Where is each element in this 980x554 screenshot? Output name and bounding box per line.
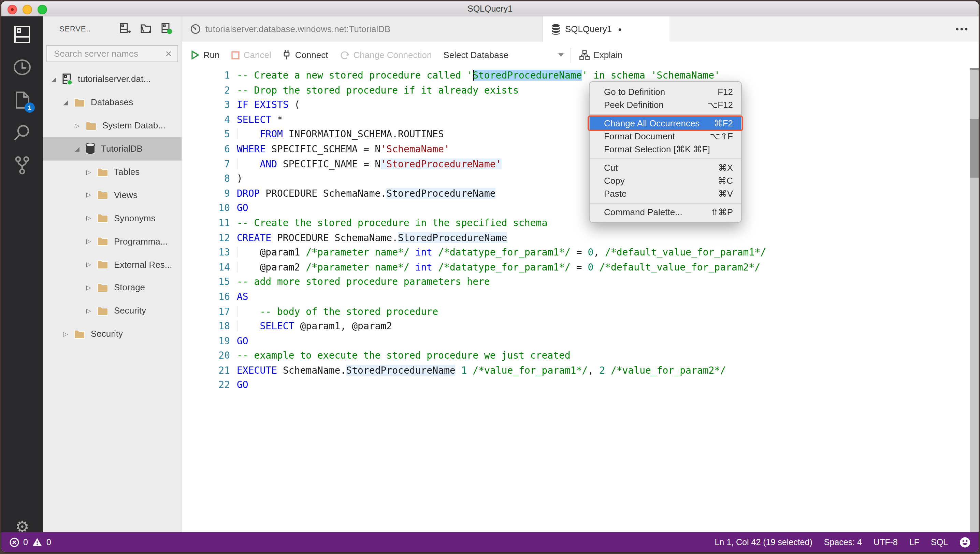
- cursor-position[interactable]: Ln 1, Col 42 (19 selected): [714, 537, 812, 547]
- indentation-setting[interactable]: Spaces: 4: [824, 537, 862, 547]
- menu-item-format-document[interactable]: Format Document⌥⇧F: [590, 130, 741, 143]
- editor-scrollbar[interactable]: [970, 68, 978, 532]
- zoom-window-button[interactable]: [38, 5, 47, 14]
- menu-item-label: Peek Definition: [604, 100, 664, 110]
- tree-item-tables[interactable]: ▷Tables: [43, 160, 181, 184]
- search-icon[interactable]: [2, 119, 43, 146]
- tree-item-system-datab-[interactable]: ▷System Datab...: [43, 114, 181, 137]
- collapsed-twisty-icon[interactable]: ▷: [84, 284, 93, 291]
- code-line-5: 5 FROM INFORMATION_SCHEMA.ROUTINES: [182, 128, 970, 142]
- menu-item-cut[interactable]: Cut⌘X: [590, 161, 741, 174]
- source-control-icon[interactable]: [2, 152, 43, 179]
- line-number: 21: [182, 363, 230, 378]
- line-number: 2: [182, 83, 230, 98]
- connect-button[interactable]: Connect: [283, 50, 328, 60]
- sidebar-header: SERVE..: [43, 16, 181, 35]
- close-window-button[interactable]: [8, 5, 17, 14]
- line-number: 7: [182, 157, 230, 171]
- change-connection-button[interactable]: Change Connection: [340, 50, 432, 60]
- open-editors-icon[interactable]: 1: [2, 86, 43, 113]
- run-icon: [191, 51, 199, 59]
- menu-separator: [590, 203, 741, 203]
- eol-setting[interactable]: LF: [909, 537, 919, 547]
- code-line-15: 15-- add more stored procedure parameter…: [182, 275, 970, 290]
- menu-item-label: Command Palette...: [604, 207, 682, 217]
- occurrence-highlight: StoredProcedureName: [386, 188, 495, 199]
- folder-icon: [97, 260, 108, 269]
- menu-item-label: Format Document: [604, 131, 675, 141]
- menu-separator: [590, 158, 741, 159]
- warnings-icon[interactable]: [32, 538, 42, 546]
- more-actions-icon[interactable]: •••: [956, 16, 969, 42]
- collapsed-twisty-icon[interactable]: ▷: [84, 261, 93, 268]
- collapsed-twisty-icon[interactable]: ▷: [73, 122, 81, 129]
- menu-item-command-palette[interactable]: Command Palette...⇧⌘P: [590, 206, 741, 219]
- menu-item-change-all-occurrences[interactable]: Change All Occurrences⌘F2: [590, 117, 741, 130]
- minimize-window-button[interactable]: [22, 5, 32, 14]
- menu-item-format-selection-k-f[interactable]: Format Selection [⌘K ⌘F]: [590, 143, 741, 156]
- tab-bar: tutorialserver.database.windows.net:Tuto…: [182, 16, 978, 42]
- servers-icon[interactable]: [2, 21, 43, 48]
- warning-count[interactable]: 0: [46, 537, 51, 547]
- occurrence-highlight: StoredProcedureName: [398, 232, 507, 243]
- tree-item-databases[interactable]: ◢Databases: [43, 91, 181, 114]
- code-line-7: 7 AND SPECIFIC_NAME = N'StoredProcedureN…: [182, 157, 970, 171]
- collapsed-twisty-icon[interactable]: ▷: [84, 307, 93, 314]
- tree-item-tutorialdb[interactable]: ◢TutorialDB: [43, 137, 181, 160]
- active-connections-icon[interactable]: [161, 22, 173, 35]
- menu-item-shortcut: ⇧⌘P: [711, 207, 733, 217]
- menu-item-paste[interactable]: Paste⌘V: [590, 187, 741, 200]
- tree-item-tutorialserver-dat-[interactable]: ◢tutorialserver.dat...: [43, 68, 181, 91]
- code-editor[interactable]: 1-- Create a new stored procedure called…: [182, 68, 970, 532]
- code-line-21: 21EXECUTE SchemaName.StoredProcedureName…: [182, 363, 970, 378]
- tree-item-security[interactable]: ▷Security: [43, 299, 181, 323]
- menu-item-label: Go to Definition: [604, 87, 665, 97]
- cancel-icon: [231, 51, 240, 59]
- folder-icon: [97, 190, 108, 200]
- errors-icon[interactable]: [10, 537, 19, 547]
- expanded-twisty-icon[interactable]: ◢: [73, 145, 81, 152]
- line-number: 9: [182, 187, 230, 201]
- cancel-button[interactable]: Cancel: [231, 50, 271, 60]
- expanded-twisty-icon[interactable]: ◢: [61, 99, 70, 106]
- code-line-2: 2-- Drop the stored procedure if it alre…: [182, 83, 970, 98]
- collapsed-twisty-icon[interactable]: ▷: [61, 330, 70, 337]
- folder-icon: [74, 98, 85, 107]
- error-count[interactable]: 0: [23, 537, 28, 547]
- code-line-10: 10GO: [182, 201, 970, 216]
- select-database-dropdown[interactable]: Select Database: [443, 50, 563, 60]
- collapsed-twisty-icon[interactable]: ▷: [84, 238, 93, 244]
- tree-item-storage[interactable]: ▷Storage: [43, 276, 181, 299]
- language-mode[interactable]: SQL: [931, 537, 948, 547]
- new-server-group-icon[interactable]: [140, 22, 152, 35]
- code-line-17: 17 -- body of the stored procedure: [182, 304, 970, 319]
- tree-item-security[interactable]: ▷Security: [43, 323, 181, 346]
- tree-item-external-res-[interactable]: ▷External Res...: [43, 253, 181, 276]
- explain-button[interactable]: Explain: [579, 50, 622, 60]
- dirty-indicator-icon[interactable]: ●: [618, 26, 622, 32]
- clear-search-icon[interactable]: ✕: [165, 49, 172, 58]
- menu-item-copy[interactable]: Copy⌘C: [590, 174, 741, 187]
- collapsed-twisty-icon[interactable]: ▷: [84, 215, 93, 222]
- collapsed-twisty-icon[interactable]: ▷: [84, 192, 93, 198]
- feedback-smiley-icon[interactable]: [959, 536, 970, 548]
- server-search-box: ✕: [46, 45, 178, 62]
- tree-item-synonyms[interactable]: ▷Synonyms: [43, 207, 181, 230]
- tab-server-dashboard[interactable]: tutorialserver.database.windows.net:Tuto…: [182, 16, 543, 42]
- new-connection-icon[interactable]: [119, 22, 131, 35]
- encoding-setting[interactable]: UTF-8: [873, 537, 898, 547]
- menu-item-peek-definition[interactable]: Peek Definition⌥F12: [590, 98, 741, 111]
- scrollbar-thumb[interactable]: [970, 119, 978, 177]
- collapsed-twisty-icon[interactable]: ▷: [84, 168, 93, 175]
- db-icon: [85, 143, 95, 154]
- run-button[interactable]: Run: [191, 50, 220, 60]
- menu-item-go-to-definition[interactable]: Go to DefinitionF12: [590, 85, 741, 98]
- title-bar: SQLQuery1: [2, 2, 978, 16]
- tree-item-programma-[interactable]: ▷Programma...: [43, 230, 181, 253]
- tab-sqlquery1[interactable]: SQLQuery1 ●: [543, 16, 670, 42]
- tree-item-views[interactable]: ▷Views: [43, 184, 181, 207]
- server-search-input[interactable]: [52, 48, 162, 59]
- expanded-twisty-icon[interactable]: ◢: [50, 76, 58, 83]
- task-history-icon[interactable]: [2, 53, 43, 81]
- sidebar-title: SERVE..: [59, 25, 91, 33]
